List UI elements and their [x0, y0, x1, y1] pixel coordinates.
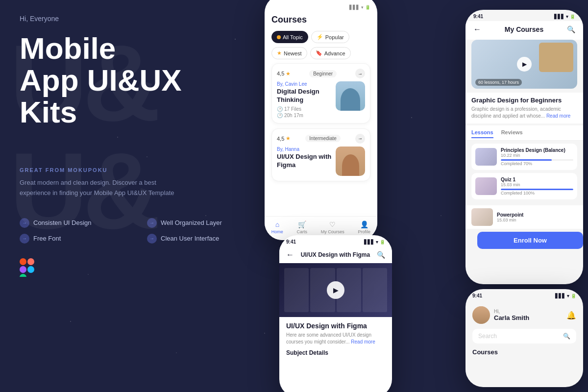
video-play-button[interactable]: ▶ — [327, 281, 344, 299]
lesson-list: Principles Design (Balance) 10.22 min Co… — [466, 141, 583, 205]
phone2-my-courses: 9:41 ▋▋▋ ▾ 🔋 ← My Courses 🔍 ▶ 60 lessons… — [466, 10, 583, 284]
filter-popular[interactable]: ⚡ Popular — [311, 31, 349, 43]
level-badge-1: Beginner — [309, 70, 337, 77]
enroll-btn-wrapper: Enroll Now — [466, 232, 583, 256]
lesson-thumb-2 — [475, 177, 497, 195]
progress-text-1: Completed 70% — [501, 161, 573, 166]
phone1-title: Courses — [271, 15, 370, 25]
phone3-header-title: UI/UX Design with Figma — [301, 251, 370, 258]
filter-advance[interactable]: 🔖 Advance — [310, 47, 351, 59]
files-meta: 🕐 17 Files — [277, 106, 332, 112]
phones-area: ▋▋▋▾🔋 Courses All Topic ⚡ Popular ★ — [255, 0, 588, 392]
course-thumb-2 — [336, 147, 365, 176]
filter-dot — [277, 35, 281, 39]
phone2-header-title: My Courses — [505, 25, 543, 33]
level-badge-2: Intermediate — [305, 135, 341, 142]
nav-my-courses[interactable]: ♡ My Courses — [321, 220, 344, 234]
tab-lessons[interactable]: Lessons — [471, 129, 493, 138]
svg-rect-0 — [20, 258, 26, 265]
course-card-2-header: 4,5 ★ Intermediate → — [277, 134, 365, 144]
feature-item-2: → Well Organized Layer — [147, 218, 265, 228]
phone2-status-icons: ▋▋▋ ▾ 🔋 — [554, 14, 575, 19]
hero-title: Mobile App UI&UX Kits — [20, 32, 265, 128]
arrow-btn-1[interactable]: → — [355, 69, 365, 78]
course-name-2: UI/UX Design with Figma — [277, 153, 332, 170]
course-card-2-body: By, Hanna UI/UX Design with Figma — [277, 147, 365, 176]
course-detail-title: Graphic Design for Beginners — [471, 97, 577, 104]
phone4-inner: Hi, Carla Smith 🔔 Search 🔍 Courses — [466, 300, 583, 362]
arrow-btn-2[interactable]: → — [355, 134, 365, 144]
course-video: ▶ — [279, 263, 392, 317]
phone4-greeting: Hi, Carla Smith 🔔 — [472, 306, 576, 324]
phone1-courses: ▋▋▋▾🔋 Courses All Topic ⚡ Popular ★ — [265, 0, 377, 240]
read-more-link[interactable]: Read more — [546, 113, 570, 119]
feature-item-4: → Clean User Interface — [147, 234, 265, 244]
svg-rect-2 — [20, 266, 26, 273]
rating-2: 4,5 ★ — [277, 135, 291, 142]
phone3-search-icon[interactable]: 🔍 — [377, 251, 385, 259]
phone2-back-btn[interactable]: ← — [473, 25, 481, 34]
svg-rect-3 — [20, 274, 26, 277]
filter-all-topic[interactable]: All Topic — [271, 31, 308, 43]
star-icon-2: ★ — [286, 135, 291, 142]
course-by-2: By, Hanna — [277, 147, 332, 152]
svg-rect-1 — [27, 258, 34, 265]
course-author-2: Hanna — [285, 147, 299, 152]
course-card-1-header: 4,5 ★ Beginner → — [277, 69, 365, 78]
lesson-duration-2: 15.03 min — [501, 182, 573, 187]
play-button[interactable]: ▶ — [517, 57, 532, 72]
enroll-duration: 15.03 min — [497, 218, 577, 222]
lesson-item-2: Quiz 1 15.03 min Completed 100% — [471, 173, 577, 199]
star-icon-1: ★ — [286, 71, 291, 77]
profile-icon: 👤 — [360, 220, 368, 228]
nav-home[interactable]: ⌂ Home — [271, 220, 283, 234]
progress-fill-1 — [501, 159, 552, 161]
phone3-uiux: 9:41 ▋▋▋▾🔋 ← UI/UX Design with Figma 🔍 — [279, 235, 392, 392]
lesson-info-1: Principles Design (Balance) 10.22 min Co… — [501, 147, 573, 166]
left-panel: Hi, Everyone U&U& Mobile App UI&UX Kits … — [0, 0, 284, 392]
phone2-search-icon[interactable]: 🔍 — [567, 25, 575, 33]
course-card-2: 4,5 ★ Intermediate → By, Hanna UI/UX Des… — [271, 128, 370, 181]
nav-carts[interactable]: 🛒 Carts — [297, 220, 308, 234]
phone4-status-icons: ▋▋▋▾🔋 — [555, 294, 576, 298]
filter-newest[interactable]: ★ Newest — [271, 47, 307, 59]
feature-label-4: Clean User Interface — [161, 235, 219, 242]
course-card-1: 4,5 ★ Beginner → By, Cavin Lee Digital D… — [271, 63, 370, 123]
enroll-button[interactable]: Enroll Now — [477, 232, 583, 249]
svg-rect-4 — [27, 266, 34, 273]
phone4-status-bar: 9:41 ▋▋▋▾🔋 — [466, 289, 583, 300]
feature-label-2: Well Organized Layer — [161, 219, 222, 226]
phone4-courses-title: Courses — [472, 348, 576, 356]
lesson-thumb-1 — [475, 148, 497, 166]
figma-icon — [20, 258, 265, 277]
search-icon[interactable]: 🔍 — [563, 333, 570, 340]
courses-icon: ♡ — [329, 220, 336, 228]
phone3-read-more[interactable]: Read more — [351, 339, 375, 344]
nav-profile[interactable]: 👤 Profile — [358, 220, 371, 234]
signal-icon: ▋▋▋ — [554, 14, 564, 19]
lesson-info-2: Quiz 1 15.03 min Completed 100% — [501, 177, 573, 196]
phone3-back-btn[interactable]: ← — [286, 250, 294, 259]
lesson-duration-1: 10.22 min — [501, 153, 573, 158]
bell-icon[interactable]: 🔔 — [566, 311, 576, 320]
search-bar[interactable]: Search 🔍 — [472, 329, 576, 343]
course-banner: ▶ 60 lessons, 17 hours — [471, 40, 577, 89]
battery-icon: 🔋 — [570, 14, 575, 19]
user-name: Carla Smith — [494, 314, 529, 321]
progress-fill-2 — [501, 189, 573, 190]
tab-reviews[interactable]: Reviews — [501, 129, 523, 138]
filter-row-1: All Topic ⚡ Popular — [271, 31, 370, 43]
phone2-status-bar: 9:41 ▋▋▋ ▾ 🔋 — [466, 10, 583, 21]
phone3-subject-label: Subject Details — [286, 349, 385, 356]
course-detail-desc: Graphic design is a profession, academic… — [471, 106, 577, 120]
enroll-section: Powerpoint 15.03 min — [466, 205, 583, 229]
progress-bar-1 — [501, 159, 573, 161]
enroll-title: Powerpoint — [497, 212, 577, 218]
phone3-course-title: UI/UX Design with Figma — [286, 322, 385, 330]
course-by-1: By, Cavin Lee — [277, 81, 332, 87]
home-icon: ⌂ — [275, 220, 279, 228]
duration-meta: 🕐 20h 17m — [277, 113, 332, 118]
filter-row-2: ★ Newest 🔖 Advance — [271, 47, 370, 59]
hi-text: Hi, — [494, 309, 529, 314]
phone3-time: 9:41 — [286, 239, 296, 245]
